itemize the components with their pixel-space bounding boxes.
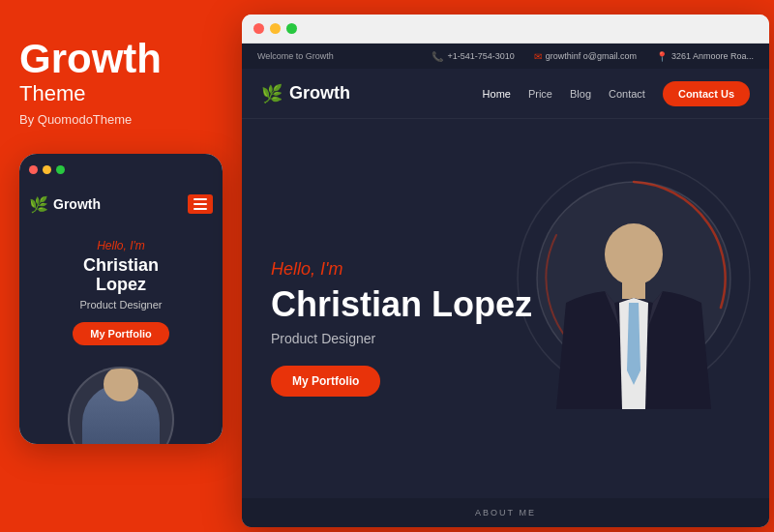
mobile-mockup: 🌿 Growth Hello, I'm Christian Lopez Prod…: [19, 154, 223, 444]
menu-line: [194, 203, 207, 205]
desktop-dot-yellow: [270, 23, 281, 34]
mobile-menu-button[interactable]: [188, 194, 213, 214]
mobile-avatar-person: [82, 384, 160, 444]
desktop-dot-green: [286, 23, 297, 34]
nav-logo-text: Growth: [289, 83, 350, 103]
site-nav-links: Home Price Blog Contact Contact Us: [483, 81, 750, 106]
topbar-welcome: Welcome to Growth: [257, 51, 334, 61]
mobile-logo-text: Growth: [53, 196, 101, 212]
mobile-leaf-icon: 🌿: [29, 195, 48, 214]
site-bottom-text: ABOUT ME: [475, 508, 536, 517]
mobile-dot-red: [29, 165, 38, 174]
topbar-address: 📍 3261 Anmoore Roa...: [656, 51, 754, 62]
nav-link-blog[interactable]: Blog: [570, 88, 591, 100]
left-subtitle: Theme: [19, 81, 85, 106]
desktop-mockup: Welcome to Growth 📞 +1-541-754-3010 ✉ gr…: [242, 15, 769, 527]
svg-rect-3: [622, 281, 645, 299]
svg-point-2: [605, 223, 663, 285]
hero-portfolio-button[interactable]: My Portfolio: [271, 366, 380, 397]
mobile-dot-yellow: [43, 165, 51, 174]
left-title: Growth: [19, 39, 162, 79]
site-hero: Hello, I'm Christian Lopez Product Desig…: [242, 119, 769, 498]
nav-link-home[interactable]: Home: [483, 88, 511, 100]
topbar-email: ✉ growthinf o@gmail.com: [534, 51, 637, 62]
mobile-body: Hello, I'm Christian Lopez Product Desig…: [19, 223, 223, 444]
hero-arc-svg: [508, 148, 759, 409]
menu-line: [194, 198, 207, 200]
nav-link-contact[interactable]: Contact: [609, 88, 645, 100]
mobile-portfolio-button[interactable]: My Portfolio: [73, 322, 169, 345]
nav-link-price[interactable]: Price: [528, 88, 552, 100]
mobile-nav: 🌿 Growth: [19, 185, 223, 223]
desktop-chrome-bar: [242, 15, 769, 44]
site-bottom-bar: ABOUT ME: [242, 498, 769, 527]
mobile-name: Christian Lopez: [83, 256, 159, 295]
mobile-avatar-head: [104, 367, 138, 401]
email-icon: ✉: [534, 51, 542, 62]
menu-line: [194, 208, 207, 210]
mobile-hello: Hello, I'm: [97, 239, 145, 252]
site-nav-logo: 🌿 Growth: [261, 83, 350, 104]
left-panel: Growth Theme By QuomodoTheme 🌿 Growth He…: [0, 0, 232, 532]
hero-avatar-wrapper: [537, 138, 750, 380]
topbar-phone: 📞 +1-541-754-3010: [432, 51, 514, 62]
left-by: By QuomodoTheme: [19, 112, 132, 127]
desktop-dot-red: [253, 23, 264, 34]
mobile-dot-green: [56, 165, 65, 174]
site-nav: 🌿 Growth Home Price Blog Contact Contact…: [242, 69, 769, 119]
location-icon: 📍: [656, 51, 668, 62]
nav-cta-button[interactable]: Contact Us: [663, 81, 750, 106]
nav-leaf-icon: 🌿: [261, 83, 283, 104]
desktop-site: Welcome to Growth 📞 +1-541-754-3010 ✉ gr…: [242, 44, 769, 527]
mobile-avatar-circle: [68, 367, 174, 444]
phone-icon: 📞: [432, 51, 443, 62]
mobile-logo-area: 🌿 Growth: [29, 195, 101, 214]
mobile-top-bar: [19, 154, 223, 185]
mobile-role: Product Designer: [80, 299, 163, 310]
site-topbar: Welcome to Growth 📞 +1-541-754-3010 ✉ gr…: [242, 44, 769, 69]
